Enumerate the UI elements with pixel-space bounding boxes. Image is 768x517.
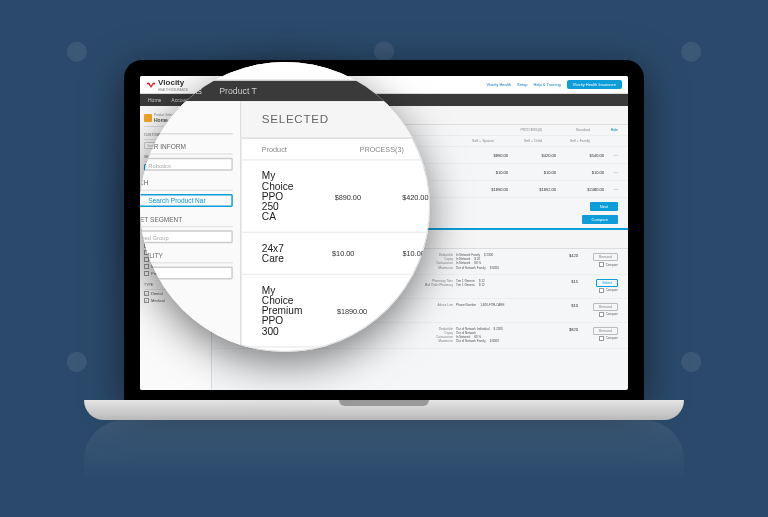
row-action-button[interactable]: Select <box>596 279 618 287</box>
price-cell: $10.00 <box>556 170 604 175</box>
checkbox-label: Medical <box>151 298 165 303</box>
price-cell: $890.00 <box>293 192 361 201</box>
price-cell: $890.00 <box>460 153 508 158</box>
vlocity-logo-icon <box>146 80 156 90</box>
search-input[interactable]: Search Product Nar <box>140 194 233 207</box>
checkbox-icon: ✓ <box>144 291 149 296</box>
reflection <box>84 420 684 480</box>
price-cell: $420.00 <box>361 192 429 201</box>
topnav-link[interactable]: Vlocity Health <box>487 82 511 87</box>
product-price: $10 <box>548 303 578 318</box>
row-action-icon[interactable]: ⋯ <box>604 153 618 158</box>
checkbox-label: Dental <box>151 291 163 296</box>
brand-tagline: HEALTH INSURANCE <box>158 88 188 92</box>
product-details: Pharmacy TiersTier 1 Generic$ 12Mail Ord… <box>418 279 548 294</box>
row-action-button[interactable]: Remand <box>593 303 618 311</box>
col-proc: PROCESS(3) <box>334 145 404 154</box>
compare-checkbox[interactable]: Compare <box>599 312 618 317</box>
product-name: 24x7 Care <box>262 243 284 263</box>
price-cell: $10.00 <box>354 249 424 258</box>
product-price: $420 <box>548 253 578 270</box>
product-price: $15 <box>548 279 578 294</box>
brand-name: Vlocity <box>158 78 188 87</box>
sidebar-customer-title: CUSTOMER INFORM <box>140 140 233 155</box>
topnav-link[interactable]: Help & Training <box>534 82 561 87</box>
row-action-button[interactable]: Remand <box>593 253 618 261</box>
sidebar-search-title: Search <box>140 177 233 192</box>
col-product: Product <box>262 145 335 154</box>
tab-product[interactable]: Product T <box>219 87 257 96</box>
col-proc: PROCESS(3) <box>494 128 542 132</box>
compare-button[interactable]: Compare <box>582 215 618 224</box>
product-name: My Choice PPO 250 CA <box>262 171 294 222</box>
price-cell: $540.00 <box>556 153 604 158</box>
product-details: DeductibleIn Network Family$ 2000CopayIn… <box>418 253 548 270</box>
laptop-base <box>84 400 684 420</box>
compare-checkbox[interactable]: Compare <box>599 262 618 267</box>
brand-logo[interactable]: Vlocity HEALTH INSURANCE <box>146 78 188 92</box>
product-details: Advice LinePhone Number1-800-FOR-CARE <box>418 303 548 318</box>
hide-link[interactable]: Hide <box>611 128 618 132</box>
price-cell: $1892.00 <box>508 187 556 192</box>
product-name: My Choice Premium PPO 300 <box>262 285 303 336</box>
price-cell: $1890.00 <box>460 187 508 192</box>
compare-checkbox[interactable]: Compare <box>599 336 618 341</box>
market-segment-select[interactable]: Mid Sized Group <box>140 230 233 243</box>
selected-row[interactable]: 24x7 Care$10.00$10.00$10.00⋯ <box>242 233 431 275</box>
price-cell: $10.00 <box>460 170 508 175</box>
price-cell: $1890.00 <box>302 306 367 315</box>
magnifier-lens: Vlocity HEALTH INSURANCE Home Accounts P… <box>140 62 430 352</box>
topnav-link[interactable]: Setup <box>517 82 527 87</box>
price-cell: $2480.00 <box>556 187 604 192</box>
price-head-1: Self + Spouse <box>446 139 494 143</box>
selected-row[interactable]: My Choice PPO 250 CA$890.00$420.00$540.0… <box>242 161 431 234</box>
price-cell: $420.00 <box>508 153 556 158</box>
row-action-icon[interactable]: ⋯ <box>604 187 618 192</box>
product-box-icon <box>144 114 152 122</box>
sidebar-marketsegment-title: Market Segment <box>140 213 233 228</box>
tenant-picker[interactable]: Vlocity Health Insurance <box>567 80 622 89</box>
price-cell: $10.00 <box>284 249 354 258</box>
customer-field[interactable]: Vantage Robotics <box>140 158 233 171</box>
checkbox-icon <box>144 271 149 276</box>
compare-checkbox[interactable]: Compare <box>599 288 618 293</box>
product-details: DeductibleOut of Network Individual$ 200… <box>418 327 548 344</box>
sidebar-availability-title: Availability <box>140 249 233 263</box>
col-standard: Standard <box>542 128 590 132</box>
checkbox-icon: ✓ <box>144 298 149 303</box>
tab-home[interactable]: Home <box>148 97 161 103</box>
price-head-2: Self + Child <box>494 139 542 143</box>
price-head-3: Self + Family <box>542 139 590 143</box>
row-action-button[interactable]: Remand <box>593 327 618 335</box>
product-price: $820 <box>548 327 578 344</box>
topbar-right: Vlocity Health Setup Help & Training Vlo… <box>487 80 622 89</box>
checkbox-icon <box>144 264 149 269</box>
next-button[interactable]: Next <box>590 202 618 211</box>
row-action-icon[interactable]: ⋯ <box>604 170 618 175</box>
price-cell: $10.00 <box>508 170 556 175</box>
